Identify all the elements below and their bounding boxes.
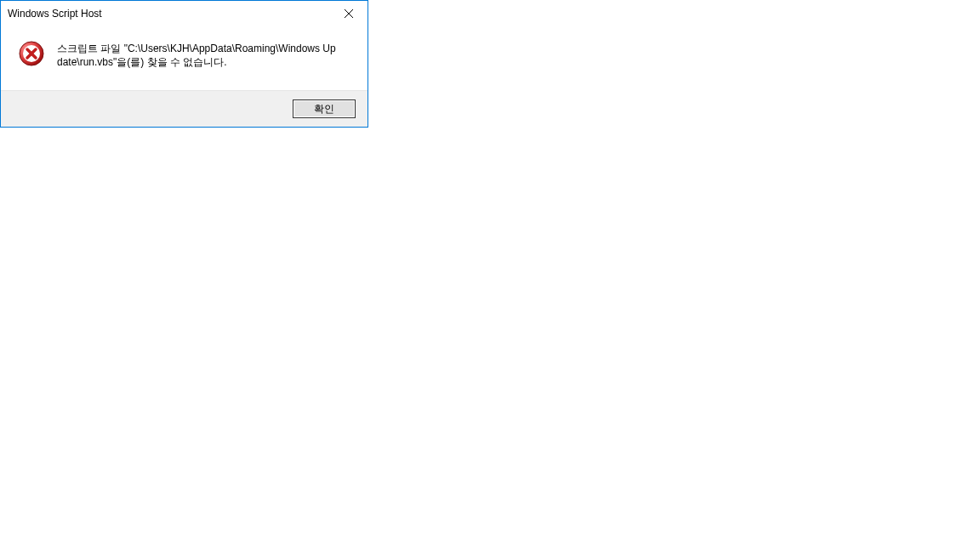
titlebar[interactable]: Windows Script Host: [1, 1, 368, 26]
dialog-message: 스크립트 파일 "C:\Users\KJH\AppData\Roaming\Wi…: [57, 40, 338, 69]
dialog-title: Windows Script Host: [1, 8, 329, 20]
ok-button[interactable]: 확인: [293, 99, 356, 118]
close-icon: [345, 6, 353, 21]
message-dialog: Windows Script Host: [0, 0, 368, 128]
dialog-body: 스크립트 파일 "C:\Users\KJH\AppData\Roaming\Wi…: [1, 26, 368, 90]
close-button[interactable]: [329, 1, 368, 26]
dialog-footer: 확인: [1, 90, 368, 127]
error-icon: [18, 40, 45, 67]
